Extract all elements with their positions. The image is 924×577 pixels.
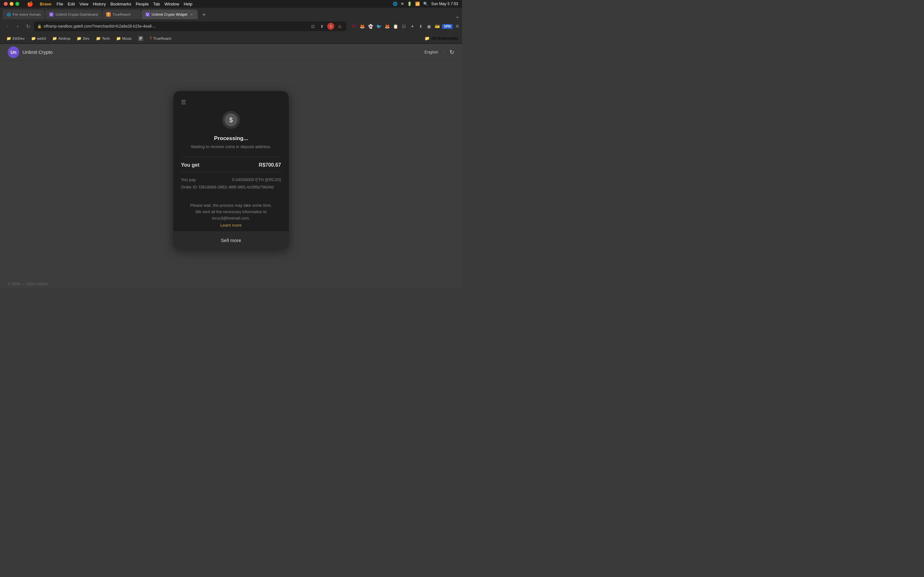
folder-icon: 📁 [6, 36, 11, 41]
processing-title: Processing... [181, 135, 281, 142]
you-pay-label: You pay [181, 177, 196, 182]
bookmark-label: EthDev [13, 37, 25, 40]
menu-window[interactable]: Window [164, 2, 179, 6]
bookmarks-icon: 📁 [425, 36, 430, 41]
menu-help[interactable]: Help [184, 2, 192, 6]
wallet-icon[interactable]: 💳 [434, 23, 441, 30]
new-tab-button[interactable]: + [200, 10, 208, 19]
menu-bar-right: 🌐 ✕ 🔋 📶 🔍 Sun May 5 7:53 [393, 2, 458, 6]
bookmarks-bar: 📁 EthDev 📁 web3 📁 Airdrop 📁 Dev 📁 Tech 📁… [0, 33, 462, 44]
reload-button[interactable]: ↻ [24, 22, 32, 31]
ext3-icon[interactable]: 📋 [392, 23, 399, 30]
menu-bookmarks[interactable]: Bookmarks [110, 2, 131, 6]
you-get-value: R$700.67 [259, 162, 281, 168]
widget-container: ☰ $ Processing... Waiting to receive coi… [0, 61, 462, 279]
ext4-icon[interactable]: ☑ [401, 23, 407, 30]
tor-icon: 🌐 [393, 2, 397, 6]
share-icon[interactable]: ⬆ [318, 23, 325, 30]
menu-edit[interactable]: Edit [68, 2, 75, 6]
bookmark-p[interactable]: P [136, 35, 145, 42]
browser-chrome: 🌐 For every human U Unlimit Crypto Dashb… [0, 8, 462, 44]
menu-history[interactable]: History [93, 2, 105, 6]
minimize-button[interactable] [10, 2, 13, 6]
tab-truereach[interactable]: T TrueReach [102, 10, 141, 19]
sub-divider [181, 172, 281, 172]
menu-view[interactable]: View [79, 2, 89, 6]
menu-bar: 🍎 Brave File Edit View History Bookmarks… [0, 0, 462, 8]
folder-icon: 📁 [77, 36, 81, 41]
menu-items: File Edit View History Bookmarks People … [57, 2, 192, 6]
ext2-icon[interactable]: 🦊 [384, 23, 391, 30]
browser-menu-icon[interactable]: ≡ [456, 23, 459, 29]
bookmark-tech[interactable]: 📁 Tech [94, 35, 112, 42]
tab-for-every-human[interactable]: 🌐 For every human [3, 10, 45, 19]
copyright-text: © 2009 — 2024 Unlimit [8, 282, 47, 286]
bookmark-dev[interactable]: 📁 Dev [74, 35, 92, 42]
shield-badge[interactable]: 3 [327, 23, 334, 30]
processing-subtitle: Waiting to receive coins in deposit addr… [181, 144, 281, 149]
tab-favicon-unlimit-widget: U [145, 12, 150, 17]
info-text-line3: torus3@hotmail.com. [181, 215, 281, 221]
twitter-icon: ✕ [401, 2, 404, 6]
sidebar-toggle-icon[interactable]: ▣ [425, 23, 433, 30]
you-get-row: You get R$700.67 [181, 162, 281, 168]
close-button[interactable] [4, 2, 8, 6]
bookmark-airdrop[interactable]: 📁 Airdrop [50, 35, 73, 42]
maximize-button[interactable] [15, 2, 19, 6]
info-text-line2: We sent all the necessary information to [181, 209, 281, 215]
url-text: offramp-sandbox.gatefi.com/?merchantId=f… [44, 24, 307, 29]
traffic-lights[interactable] [4, 2, 19, 6]
screen-icon[interactable]: ⊡ [309, 23, 317, 30]
tab-favicon-for-every-human: 🌐 [6, 12, 11, 17]
back-button[interactable]: ‹ [3, 22, 11, 31]
vpn-badge[interactable]: VPN [442, 24, 453, 29]
tab-unlimit-dashboard[interactable]: U Unlimit Crypto Dashboard [45, 10, 102, 19]
bookmark-ethdev[interactable]: 📁 EthDev [4, 35, 27, 42]
ext6-icon[interactable]: ⬇ [417, 23, 424, 30]
bookmark-p-icon: P [138, 36, 143, 41]
ext1-icon[interactable]: 🐦 [375, 23, 383, 30]
address-bar: ‹ › ↻ 🔒 offramp-sandbox.gatefi.com/?merc… [0, 19, 462, 33]
tab-overflow-button[interactable]: ⌄ [455, 13, 459, 19]
alert-icon[interactable]: ⚠ [336, 23, 343, 30]
tab-unlimit-widget[interactable]: U Unlimit Crypto Widget ✕ [142, 10, 198, 19]
info-text-line1: Please wait, the process may take some t… [181, 202, 281, 209]
you-pay-value: 0.04500000 ETH (ERC20) [232, 177, 281, 182]
widget-card: ☰ $ Processing... Waiting to receive coi… [173, 91, 289, 249]
page-header: Un Unlimit Crypto English | ↻ [0, 44, 462, 61]
bookmark-label: web3 [37, 37, 46, 40]
brave-shield-icon[interactable]: 🛡 [351, 23, 357, 30]
hamburger-icon: ☰ [181, 99, 186, 105]
tab-close-button[interactable]: ✕ [189, 12, 194, 17]
tab-label-unlimit-widget: Unlimit Crypto Widget [152, 13, 187, 16]
menu-file[interactable]: File [57, 2, 63, 6]
learn-more-link[interactable]: Learn more [220, 223, 242, 227]
apple-menu[interactable]: 🍎 [27, 1, 33, 7]
bookmark-music[interactable]: 📁 Music [113, 35, 134, 42]
lang-divider: | [443, 50, 444, 55]
tab-bar: 🌐 For every human U Unlimit Crypto Dashb… [0, 8, 462, 19]
time-display: Sun May 5 7:53 [431, 2, 458, 6]
sell-more-button[interactable]: Sell more [173, 232, 289, 249]
metamask-icon[interactable]: 🦊 [359, 23, 366, 30]
widget-menu-icon[interactable]: ☰ [181, 99, 281, 106]
app-name[interactable]: Brave [40, 2, 51, 6]
address-input[interactable]: 🔒 offramp-sandbox.gatefi.com/?merchantId… [34, 21, 347, 31]
ext5-icon[interactable]: ✦ [409, 23, 416, 30]
folder-icon: 📁 [116, 36, 121, 41]
coin-icon: $ [225, 113, 237, 126]
forward-button[interactable]: › [13, 22, 22, 31]
menu-people[interactable]: People [136, 2, 149, 6]
bookmark-web3[interactable]: 📁 web3 [29, 35, 49, 42]
brand-logo-text: Un [11, 50, 17, 55]
bookmark-truereach[interactable]: T TrueReach [147, 35, 174, 42]
folder-icon: 📁 [31, 36, 36, 41]
menu-tab[interactable]: Tab [153, 2, 160, 6]
order-id-value: f38180b6-3962-48f6-96f1-bc5f6b79b04d [199, 185, 274, 189]
page-footer: © 2009 — 2024 Unlimit [0, 279, 462, 288]
phantom-icon[interactable]: 👻 [367, 23, 374, 30]
language-selector[interactable]: English [425, 50, 438, 55]
refresh-button[interactable]: ↻ [449, 49, 454, 56]
all-bookmarks-label[interactable]: All Bookmarks [431, 36, 458, 41]
lock-icon: 🔒 [37, 24, 42, 29]
